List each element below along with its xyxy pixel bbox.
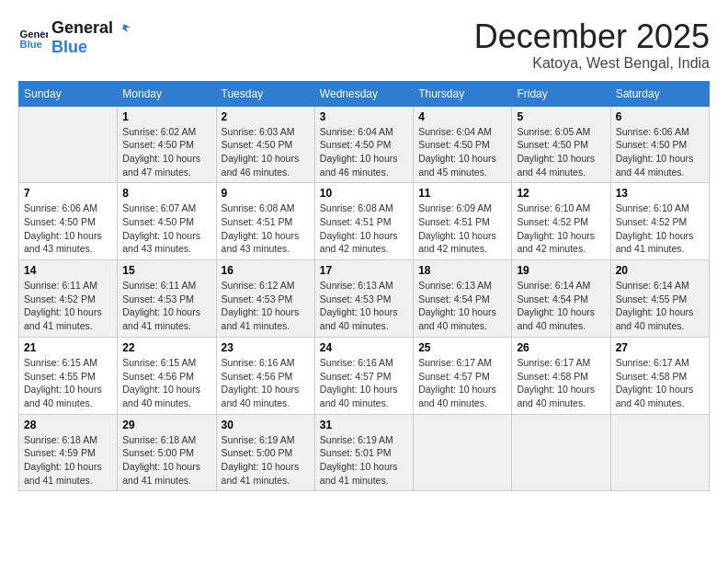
day-number: 17	[320, 264, 408, 277]
calendar-cell: 7Sunrise: 6:06 AMSunset: 4:50 PMDaylight…	[19, 183, 118, 260]
day-number: 8	[122, 187, 210, 200]
calendar-cell: 3Sunrise: 6:04 AMSunset: 4:50 PMDaylight…	[314, 106, 413, 183]
calendar-cell: 25Sunrise: 6:17 AMSunset: 4:57 PMDayligh…	[414, 337, 512, 414]
day-detail: Sunrise: 6:19 AMSunset: 5:00 PMDaylight:…	[222, 433, 310, 488]
calendar-cell	[19, 106, 118, 183]
day-number: 9	[222, 187, 310, 200]
calendar-cell: 15Sunrise: 6:11 AMSunset: 4:53 PMDayligh…	[118, 260, 216, 338]
calendar-cell: 30Sunrise: 6:19 AMSunset: 5:00 PMDayligh…	[216, 414, 314, 491]
calendar-cell: 8Sunrise: 6:07 AMSunset: 4:50 PMDaylight…	[118, 183, 216, 260]
day-detail: Sunrise: 6:19 AMSunset: 5:01 PMDaylight:…	[320, 433, 408, 488]
day-detail: Sunrise: 6:11 AMSunset: 4:52 PMDaylight:…	[24, 279, 112, 333]
calendar-cell: 21Sunrise: 6:15 AMSunset: 4:55 PMDayligh…	[19, 337, 118, 414]
calendar-cell: 4Sunrise: 6:04 AMSunset: 4:50 PMDaylight…	[414, 106, 512, 183]
month-title: December 2025	[474, 18, 710, 55]
day-number: 15	[122, 264, 210, 277]
day-number: 21	[24, 341, 112, 354]
calendar-cell: 13Sunrise: 6:10 AMSunset: 4:52 PMDayligh…	[610, 183, 709, 260]
day-detail: Sunrise: 6:02 AMSunset: 4:50 PMDaylight:…	[122, 125, 210, 179]
day-detail: Sunrise: 6:13 AMSunset: 4:53 PMDaylight:…	[320, 279, 408, 333]
location: Katoya, West Bengal, India	[474, 55, 710, 72]
calendar-header-row: SundayMondayTuesdayWednesdayThursdayFrid…	[19, 81, 710, 106]
day-detail: Sunrise: 6:08 AMSunset: 4:51 PMDaylight:…	[320, 201, 408, 256]
calendar-week-row: 21Sunrise: 6:15 AMSunset: 4:55 PMDayligh…	[19, 337, 710, 414]
calendar-cell: 24Sunrise: 6:16 AMSunset: 4:57 PMDayligh…	[314, 337, 413, 414]
day-detail: Sunrise: 6:06 AMSunset: 4:50 PMDaylight:…	[616, 125, 704, 179]
calendar-cell: 23Sunrise: 6:16 AMSunset: 4:56 PMDayligh…	[216, 337, 314, 414]
day-detail: Sunrise: 6:17 AMSunset: 4:57 PMDaylight:…	[418, 356, 506, 410]
day-number: 6	[616, 110, 704, 123]
calendar-cell: 5Sunrise: 6:05 AMSunset: 4:50 PMDaylight…	[512, 106, 610, 183]
day-detail: Sunrise: 6:04 AMSunset: 4:50 PMDaylight:…	[320, 125, 408, 179]
day-number: 12	[517, 187, 605, 200]
day-number: 13	[616, 187, 704, 200]
logo-text-blue: Blue	[51, 38, 131, 57]
day-number: 18	[418, 264, 506, 277]
calendar-cell: 9Sunrise: 6:08 AMSunset: 4:51 PMDaylight…	[216, 183, 314, 260]
day-number: 3	[320, 110, 408, 123]
day-number: 24	[320, 341, 408, 354]
calendar-table: SundayMondayTuesdayWednesdayThursdayFrid…	[18, 81, 710, 492]
day-number: 16	[222, 264, 310, 277]
day-detail: Sunrise: 6:03 AMSunset: 4:50 PMDaylight:…	[222, 125, 310, 179]
calendar-cell: 14Sunrise: 6:11 AMSunset: 4:52 PMDayligh…	[19, 260, 118, 338]
calendar-cell: 27Sunrise: 6:17 AMSunset: 4:58 PMDayligh…	[610, 337, 709, 414]
day-number: 5	[517, 110, 605, 123]
day-detail: Sunrise: 6:10 AMSunset: 4:52 PMDaylight:…	[616, 201, 704, 256]
calendar-cell: 22Sunrise: 6:15 AMSunset: 4:56 PMDayligh…	[118, 337, 216, 414]
day-number: 20	[616, 264, 704, 277]
calendar-cell	[610, 414, 709, 491]
day-number: 22	[122, 341, 210, 354]
day-detail: Sunrise: 6:06 AMSunset: 4:50 PMDaylight:…	[24, 201, 112, 256]
calendar-cell: 28Sunrise: 6:18 AMSunset: 4:59 PMDayligh…	[19, 414, 118, 491]
day-number: 19	[517, 264, 605, 277]
day-detail: Sunrise: 6:12 AMSunset: 4:53 PMDaylight:…	[222, 279, 310, 333]
day-detail: Sunrise: 6:13 AMSunset: 4:54 PMDaylight:…	[418, 279, 506, 333]
day-number: 11	[418, 187, 506, 200]
day-detail: Sunrise: 6:15 AMSunset: 4:56 PMDaylight:…	[122, 356, 210, 410]
day-number: 27	[616, 341, 704, 354]
calendar-week-row: 7Sunrise: 6:06 AMSunset: 4:50 PMDaylight…	[19, 183, 710, 260]
calendar-cell: 2Sunrise: 6:03 AMSunset: 4:50 PMDaylight…	[216, 106, 314, 183]
calendar-week-row: 1Sunrise: 6:02 AMSunset: 4:50 PMDaylight…	[19, 106, 710, 183]
day-detail: Sunrise: 6:16 AMSunset: 4:57 PMDaylight:…	[320, 356, 408, 410]
day-number: 26	[517, 341, 605, 354]
calendar-cell: 31Sunrise: 6:19 AMSunset: 5:01 PMDayligh…	[314, 414, 413, 491]
day-detail: Sunrise: 6:07 AMSunset: 4:50 PMDaylight:…	[122, 201, 210, 256]
header-friday: Friday	[512, 81, 610, 106]
day-number: 7	[24, 187, 112, 200]
calendar-cell: 20Sunrise: 6:14 AMSunset: 4:55 PMDayligh…	[610, 260, 709, 338]
calendar-cell: 18Sunrise: 6:13 AMSunset: 4:54 PMDayligh…	[414, 260, 512, 338]
day-detail: Sunrise: 6:17 AMSunset: 4:58 PMDaylight:…	[517, 356, 605, 410]
svg-marker-3	[122, 24, 131, 32]
calendar-cell: 16Sunrise: 6:12 AMSunset: 4:53 PMDayligh…	[216, 260, 314, 338]
day-detail: Sunrise: 6:04 AMSunset: 4:50 PMDaylight:…	[418, 125, 506, 179]
calendar-cell: 17Sunrise: 6:13 AMSunset: 4:53 PMDayligh…	[314, 260, 413, 338]
day-detail: Sunrise: 6:05 AMSunset: 4:50 PMDaylight:…	[517, 125, 605, 179]
day-detail: Sunrise: 6:08 AMSunset: 4:51 PMDaylight:…	[222, 201, 310, 256]
day-detail: Sunrise: 6:16 AMSunset: 4:56 PMDaylight:…	[222, 356, 310, 410]
calendar-cell: 11Sunrise: 6:09 AMSunset: 4:51 PMDayligh…	[414, 183, 512, 260]
day-detail: Sunrise: 6:09 AMSunset: 4:51 PMDaylight:…	[418, 201, 506, 256]
day-detail: Sunrise: 6:17 AMSunset: 4:58 PMDaylight:…	[616, 356, 704, 410]
day-detail: Sunrise: 6:14 AMSunset: 4:55 PMDaylight:…	[616, 279, 704, 333]
calendar-cell	[414, 414, 512, 491]
day-number: 28	[24, 419, 112, 431]
day-number: 23	[222, 341, 310, 354]
day-number: 10	[320, 187, 408, 200]
day-detail: Sunrise: 6:15 AMSunset: 4:55 PMDaylight:…	[24, 356, 112, 410]
calendar-cell: 29Sunrise: 6:18 AMSunset: 5:00 PMDayligh…	[118, 414, 216, 491]
header-tuesday: Tuesday	[216, 81, 314, 106]
day-detail: Sunrise: 6:18 AMSunset: 5:00 PMDaylight:…	[122, 433, 210, 488]
day-number: 30	[222, 419, 310, 431]
title-block: December 2025 Katoya, West Bengal, India	[474, 18, 710, 72]
day-number: 31	[320, 419, 408, 431]
calendar-cell: 26Sunrise: 6:17 AMSunset: 4:58 PMDayligh…	[512, 337, 610, 414]
header-monday: Monday	[118, 81, 216, 106]
calendar-cell: 10Sunrise: 6:08 AMSunset: 4:51 PMDayligh…	[314, 183, 413, 260]
day-number: 25	[418, 341, 506, 354]
header-wednesday: Wednesday	[314, 81, 413, 106]
day-number: 14	[24, 264, 112, 277]
calendar-cell	[512, 414, 610, 491]
logo: General Blue General Blue	[18, 18, 131, 57]
